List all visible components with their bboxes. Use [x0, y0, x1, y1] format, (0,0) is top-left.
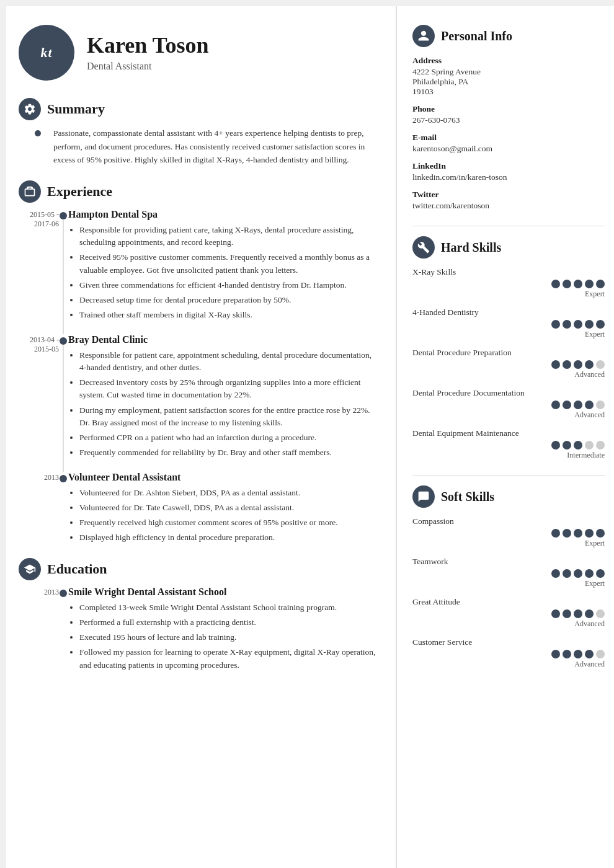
dot-filled: [551, 569, 560, 578]
dot-filled: [551, 320, 560, 329]
dot-filled: [574, 360, 582, 369]
dot-filled: [585, 401, 594, 409]
dot-filled: [596, 280, 605, 288]
dot-filled: [585, 320, 594, 329]
dot-filled: [551, 280, 560, 288]
list-item: Completed 13-week Smile Wright Dental As…: [79, 601, 377, 614]
info-label: Twitter: [412, 190, 605, 200]
divider-2: [412, 475, 605, 476]
info-label: Phone: [412, 104, 605, 114]
dot-filled: [574, 569, 582, 578]
list-item: Followed my passion for learning to oper…: [79, 646, 377, 671]
soft-skills-section: Soft Skills CompassionExpertTeamworkExpe…: [412, 485, 605, 669]
skill-name: 4-Handed Dentistry: [412, 308, 605, 317]
dot-filled: [551, 650, 560, 658]
summary-title: Summary: [47, 101, 105, 117]
dot-filled: [563, 441, 571, 450]
soft-skills-items: CompassionExpertTeamworkExpertGreat Atti…: [412, 516, 605, 669]
timeline-entry: 2015-05 - 2017-06Hampton Dental SpaRespo…: [68, 209, 377, 322]
hard-skills-items: X-Ray SkillsExpert4-Handed DentistryExpe…: [412, 267, 605, 460]
timeline-dot: [60, 212, 67, 219]
dot-filled: [585, 609, 594, 618]
skill-item: Customer ServiceAdvanced: [412, 637, 605, 669]
education-section-header: Education: [19, 558, 377, 580]
list-item: Performed a full externship with a pract…: [79, 616, 377, 629]
info-item: Address4222 Spring Avenue Philadelphia, …: [412, 56, 605, 97]
dot-filled: [596, 529, 605, 538]
dot-filled: [574, 401, 582, 409]
avatar: kt: [19, 25, 74, 81]
skill-name: Teamwork: [412, 557, 605, 567]
entry-bullets: Volunteered for Dr. Ashton Siebert, DDS,…: [68, 487, 377, 544]
skill-level-label: Advanced: [412, 410, 605, 420]
dot-filled: [574, 609, 582, 618]
entry-title: Volunteer Dental Assistant: [68, 472, 377, 483]
summary-text: Passionate, compassionate dental assista…: [53, 126, 377, 167]
hard-skills-icon: [412, 236, 435, 259]
skill-dots-row: [412, 650, 605, 658]
timeline-line: [63, 220, 64, 334]
skill-dots-row: [412, 360, 605, 369]
dot-filled: [563, 360, 571, 369]
timeline-dot: [60, 475, 67, 482]
skill-level-label: Advanced: [412, 660, 605, 669]
dot-filled: [596, 569, 605, 578]
summary-content: Passionate, compassionate dental assista…: [47, 126, 377, 167]
dot-filled: [551, 441, 560, 450]
personal-info-items: Address4222 Spring Avenue Philadelphia, …: [412, 56, 605, 211]
education-icon: [19, 558, 41, 580]
entry-title: Hampton Dental Spa: [68, 209, 377, 220]
entry-title: Bray Dental Clinic: [68, 334, 377, 345]
entry-title: Smile Wright Dental Assistant School: [68, 587, 377, 598]
education-timeline: 2013Smile Wright Dental Assistant School…: [19, 587, 377, 671]
dot-filled: [574, 441, 582, 450]
dot-filled: [563, 401, 571, 409]
skill-level-label: Expert: [412, 330, 605, 339]
soft-skills-header: Soft Skills: [412, 485, 605, 508]
avatar-initials: kt: [40, 45, 52, 61]
skill-level-label: Advanced: [412, 370, 605, 379]
info-value: 267-630-0763: [412, 115, 605, 125]
dot-empty: [596, 650, 605, 658]
info-label: Address: [412, 56, 605, 66]
left-column: kt Karen Toson Dental Assistant Summary: [6, 6, 397, 868]
summary-section-header: Summary: [19, 98, 377, 120]
divider-1: [412, 226, 605, 226]
info-value: linkedin.com/in/karen-toson: [412, 172, 605, 182]
skill-item: Dental Procedure DocumentationAdvanced: [412, 388, 605, 420]
info-value: karentoson@gmail.com: [412, 144, 605, 154]
header: kt Karen Toson Dental Assistant: [19, 25, 377, 81]
skill-item: Great AttitudeAdvanced: [412, 597, 605, 629]
experience-title: Experience: [47, 184, 112, 200]
skill-item: Dental Equipment MaintenanceIntermediate: [412, 428, 605, 460]
timeline-entry: 2013Smile Wright Dental Assistant School…: [68, 587, 377, 671]
dot-filled: [585, 280, 594, 288]
list-item: Frequently commended for reliability by …: [79, 446, 377, 459]
personal-info-header: Personal Info: [412, 25, 605, 47]
candidate-title: Dental Assistant: [87, 61, 208, 72]
entry-bullets: Responsible for patient care, appointmen…: [68, 349, 377, 459]
skill-name: Compassion: [412, 516, 605, 526]
summary-svg-icon: [24, 103, 36, 115]
dot-filled: [563, 320, 571, 329]
skill-item: Dental Procedure PreparationAdvanced: [412, 348, 605, 379]
dot-empty: [596, 401, 605, 409]
dot-filled: [574, 280, 582, 288]
personal-info-title: Personal Info: [441, 29, 512, 43]
skill-name: Dental Procedure Documentation: [412, 388, 605, 398]
dot-filled: [551, 360, 560, 369]
dot-filled: [574, 320, 582, 329]
skill-name: Dental Procedure Preparation: [412, 348, 605, 358]
resume: kt Karen Toson Dental Assistant Summary: [6, 6, 608, 868]
timeline-line: [63, 345, 64, 472]
dot-filled: [585, 360, 594, 369]
person-svg-icon: [417, 30, 430, 42]
list-item: Decreased setup time for dental procedur…: [79, 294, 377, 306]
skill-dots-row: [412, 401, 605, 409]
list-item: Trained other staff members in digital X…: [79, 309, 377, 321]
info-item: LinkedInlinkedin.com/in/karen-toson: [412, 161, 605, 182]
info-value: 4222 Spring Avenue Philadelphia, PA 1910…: [412, 67, 605, 97]
summary-dot: [35, 130, 41, 136]
skill-level-label: Intermediate: [412, 451, 605, 460]
list-item: Displayed high efficiency in dental proc…: [79, 531, 377, 544]
